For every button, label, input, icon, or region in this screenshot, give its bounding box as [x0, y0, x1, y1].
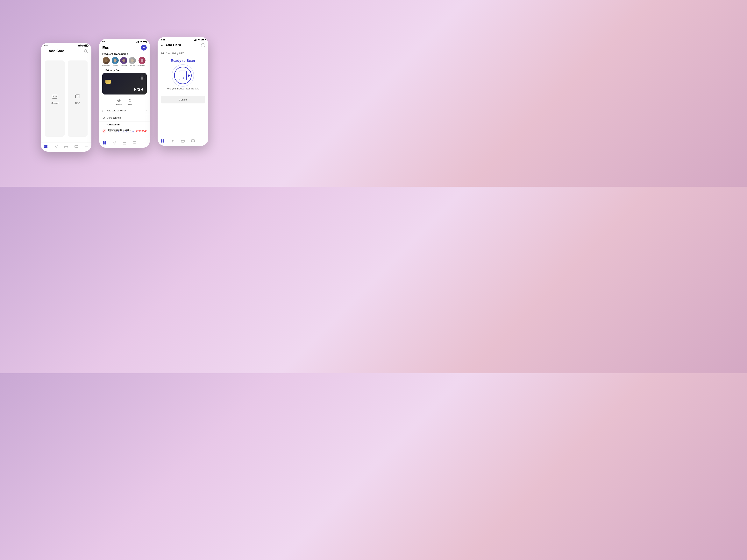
nav-more-3[interactable]	[201, 139, 205, 143]
add-button[interactable]: +	[141, 45, 147, 51]
transaction-name: Transferred to Isabelle	[108, 129, 134, 131]
home-icon-3	[160, 139, 165, 143]
info-icon-1[interactable]: i	[84, 49, 88, 53]
add-card-options: Manual NFC	[41, 55, 92, 142]
svg-point-16	[114, 59, 117, 62]
add-wallet-menu-item[interactable]: Add card to Wallet ›	[99, 107, 150, 114]
transaction-left: Transferred to Isabelle 17 Feb, 2023 Tra…	[102, 129, 134, 133]
lock-action[interactable]: Lock	[127, 98, 133, 106]
svg-rect-41	[163, 139, 164, 141]
back-button-1[interactable]: ←	[44, 49, 47, 53]
frequent-section-title: Frequent Transaction	[99, 53, 150, 57]
svg-rect-45	[191, 140, 195, 142]
avatar-sylvester	[120, 57, 127, 64]
svg-rect-31	[104, 141, 106, 143]
back-button-3[interactable]: ←	[161, 44, 164, 47]
wifi-icon-3	[198, 39, 201, 41]
card-brand: VISA	[105, 87, 144, 92]
add-wallet-icon	[102, 109, 105, 112]
status-bar-3: 9:41	[158, 37, 208, 42]
nfc-ring	[174, 67, 191, 84]
svg-point-11	[86, 146, 87, 147]
more-icon-2	[143, 141, 147, 145]
nav-home-1[interactable]	[44, 145, 48, 149]
user-avatar-cam[interactable]: Cam Jervis	[102, 57, 110, 66]
more-icon-1	[84, 145, 88, 149]
nfc-option[interactable]: NFC	[68, 60, 87, 137]
nav-send-2[interactable]	[112, 141, 117, 145]
wifi-icon-1	[81, 45, 84, 47]
phone-add-card-manual: 9:41 ← Add Card i	[41, 43, 92, 152]
svg-point-48	[204, 141, 204, 141]
add-wallet-left: Add card to Wallet	[102, 109, 126, 112]
svg-point-21	[130, 62, 135, 64]
svg-rect-8	[65, 146, 68, 148]
add-wallet-label: Add card to Wallet	[107, 109, 126, 112]
bottom-nav-3	[158, 137, 208, 146]
svg-rect-35	[133, 141, 136, 144]
status-icons-2	[136, 41, 147, 43]
nav-home-2[interactable]	[102, 141, 106, 145]
chat-icon-2	[132, 141, 137, 145]
avatar-cam	[103, 57, 110, 64]
nav-more-2[interactable]	[143, 141, 147, 145]
nav-wallet-3[interactable]	[181, 139, 185, 143]
transaction-item[interactable]: Transferred to Isabelle 17 Feb, 2023 Tra…	[102, 128, 147, 134]
nfc-subtitle: Add Card Using NFC	[161, 52, 184, 55]
nav-home-3[interactable]	[160, 139, 165, 143]
more-icon-3	[201, 139, 205, 143]
svg-rect-30	[103, 141, 104, 143]
manual-option[interactable]: Manual	[45, 60, 65, 137]
user-avatar-maurie[interactable]: Maurie	[129, 57, 136, 66]
send-icon-1	[54, 145, 58, 149]
send-icon-2	[112, 141, 117, 145]
cancel-button[interactable]: Cancle	[161, 96, 205, 103]
hold-device-text: Hold your Device Near the card	[166, 87, 199, 90]
user-avatar-isabelle[interactable]: Isabelle	[112, 57, 119, 66]
nav-wallet-2[interactable]	[122, 141, 127, 145]
transaction-date: 17 Feb, 2023	[108, 131, 117, 133]
nav-send-1[interactable]	[54, 145, 58, 149]
svg-rect-44	[181, 140, 184, 142]
nav-chat-3[interactable]	[191, 139, 195, 143]
nav-chat-2[interactable]	[132, 141, 137, 145]
header-3: ← Add Card i	[158, 42, 208, 49]
user-avatar-sylvester[interactable]: Sylvester	[120, 57, 127, 66]
svg-point-22	[140, 59, 144, 62]
svg-rect-34	[123, 142, 126, 144]
signal-icon-2	[136, 41, 139, 43]
status-icons-3	[194, 39, 205, 41]
transaction-amount: -10.00 USD	[136, 130, 147, 132]
page-title-1: Add Card	[49, 49, 65, 53]
info-icon-3[interactable]: i	[201, 43, 205, 47]
avatar-maurie	[129, 57, 136, 64]
card-settings-menu-item[interactable]: Card settings ›	[99, 114, 150, 122]
card-settings-icon	[102, 116, 105, 119]
svg-point-12	[87, 146, 88, 147]
svg-point-47	[203, 141, 204, 141]
nfc-icon	[74, 92, 81, 100]
avatar-isabelle	[112, 57, 119, 64]
nav-send-3[interactable]	[171, 139, 175, 143]
status-bar-1: 9:41	[41, 43, 92, 48]
nav-wallet-1[interactable]	[64, 145, 68, 149]
svg-point-17	[113, 62, 118, 64]
svg-rect-5	[46, 145, 48, 146]
nav-chat-1[interactable]	[74, 145, 78, 149]
nfc-device-icon	[179, 71, 187, 80]
user-avatar-jennifer[interactable]: Jennifer Pa...	[137, 57, 147, 66]
svg-rect-6	[44, 147, 46, 149]
signal-icon-3	[194, 39, 197, 41]
chevron-right-wallet: ›	[146, 109, 147, 112]
svg-point-25	[118, 100, 120, 101]
reveal-action[interactable]: Reveal	[116, 98, 122, 106]
avatar-name-jennifer: Jennifer Pa...	[137, 64, 147, 66]
nav-more-1[interactable]	[84, 145, 88, 149]
transaction-section: Transaction Transferred to Isabelle 17 F…	[99, 122, 150, 139]
svg-point-37	[145, 143, 145, 143]
svg-point-36	[144, 143, 144, 143]
avatar-jennifer	[138, 57, 146, 64]
svg-rect-40	[161, 139, 162, 141]
wallet-icon-1	[64, 145, 68, 149]
lock-icon	[127, 98, 133, 103]
